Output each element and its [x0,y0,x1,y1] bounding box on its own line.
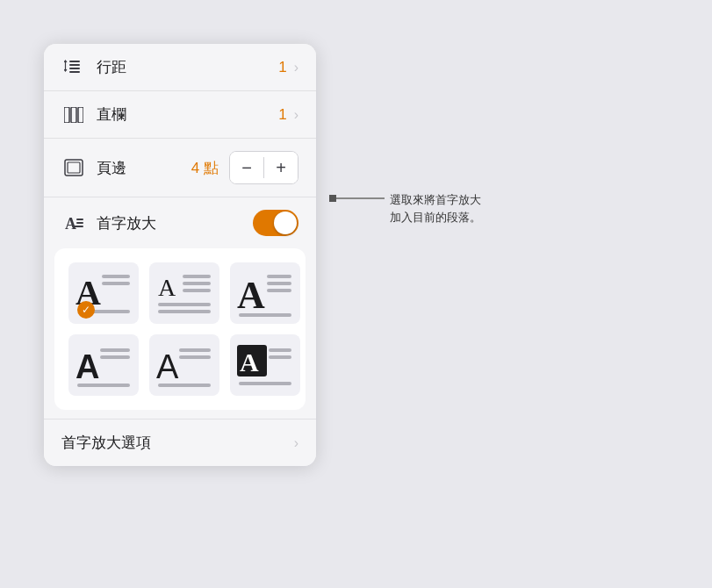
callout-text-block: 選取來將首字放大 加入目前的段落。 [390,191,481,226]
dropcap-style-4[interactable]: A [68,334,139,396]
margin-increase-button[interactable]: + [264,152,298,183]
svg-rect-31 [100,355,130,359]
svg-rect-41 [239,382,291,385]
svg-text:A: A [240,348,259,376]
columns-value: 1 [278,106,286,124]
svg-rect-34 [179,348,211,352]
columns-icon [61,107,86,123]
svg-rect-5 [64,107,69,123]
dropcap-options-row[interactable]: 首字放大選項 › [44,419,316,466]
dropcap-options-grid: A ✓ A [54,248,306,410]
columns-row[interactable]: 直欄 1 › [44,91,316,139]
dropcap-style-6[interactable]: A [230,334,300,396]
line-spacing-value: 1 [278,59,286,76]
svg-rect-11 [76,219,83,220]
svg-rect-6 [71,107,76,123]
svg-rect-13 [72,226,83,227]
svg-rect-19 [183,275,211,278]
toggle-thumb [274,212,297,234]
callout-dot [329,195,336,202]
svg-rect-1 [69,64,80,66]
svg-rect-16 [102,282,130,285]
dropcap-options-label: 首字放大選項 [61,433,291,453]
dropcap-toggle[interactable] [253,210,298,236]
svg-text:A: A [65,215,76,232]
callout: 選取來將首字放大 加入目前的段落。 [329,191,481,226]
margin-row: 頁邊 4 點 − + [44,139,316,197]
svg-rect-26 [267,282,291,285]
svg-rect-23 [158,310,211,313]
line-spacing-label: 行距 [97,57,278,77]
svg-rect-35 [179,355,211,359]
svg-text:A: A [76,348,99,385]
columns-chevron: › [294,107,298,123]
dropcap-style-5[interactable]: A [149,334,219,396]
svg-rect-12 [76,222,83,224]
margin-value: 4 點 [191,158,219,178]
margin-stepper: − + [229,151,298,184]
svg-text:A: A [237,274,265,317]
svg-rect-30 [100,348,130,352]
margin-label: 頁邊 [97,158,191,178]
selected-badge: ✓ [77,301,95,319]
svg-rect-9 [68,162,80,173]
svg-rect-27 [267,289,291,292]
svg-rect-40 [269,355,291,359]
margin-icon [61,159,86,176]
svg-rect-22 [158,303,211,306]
callout-line [336,197,385,199]
line-spacing-row[interactable]: 行距 1 › [44,44,316,91]
format-panel: 行距 1 › 直欄 1 › [44,44,316,466]
svg-rect-25 [267,275,291,278]
svg-rect-15 [102,275,130,278]
dropcap-style-2[interactable]: A [149,262,219,324]
svg-rect-36 [158,384,211,387]
columns-label: 直欄 [97,104,278,125]
line-spacing-chevron: › [294,60,298,75]
svg-rect-21 [183,289,211,292]
margin-decrease-button[interactable]: − [230,152,263,183]
svg-rect-7 [78,107,83,123]
svg-rect-39 [269,348,291,352]
svg-rect-28 [239,313,291,317]
dropcap-style-1[interactable]: A ✓ [68,262,139,324]
callout-line2: 加入目前的段落。 [390,209,481,226]
svg-rect-0 [69,61,80,62]
dropcap-header-row: A 首字放大 [44,197,316,248]
dropcap-options-chevron: › [294,435,298,451]
dropcap-icon: A [61,214,86,232]
dropcap-style-3[interactable]: A [230,262,300,324]
callout-line1: 選取來將首字放大 [390,191,481,209]
dropcap-label: 首字放大 [97,213,253,233]
svg-rect-3 [69,71,80,73]
line-spacing-icon [61,58,86,77]
svg-rect-32 [77,384,130,387]
svg-rect-2 [69,68,80,69]
svg-text:A: A [156,348,179,385]
svg-rect-20 [183,282,211,285]
svg-text:A: A [158,274,176,301]
